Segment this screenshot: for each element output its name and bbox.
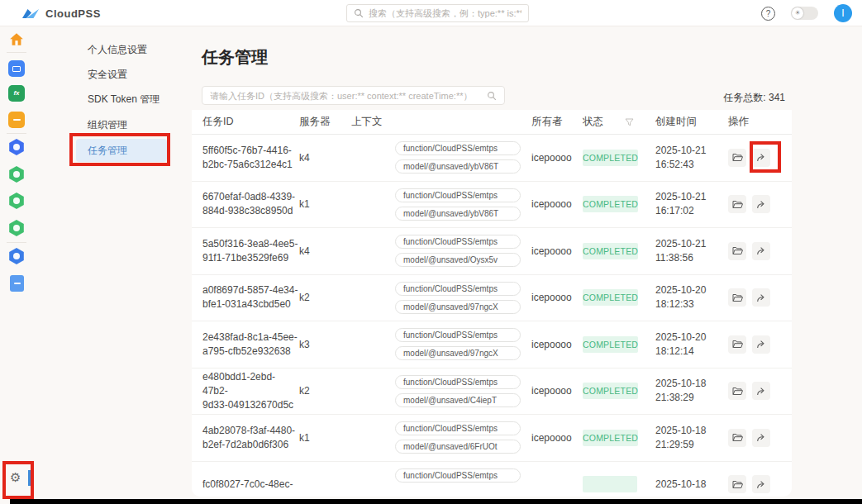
context-model[interactable]: model/@unsaved/ybV86T xyxy=(395,159,521,174)
open-task-button[interactable] xyxy=(728,149,746,167)
app-dashboard-icon[interactable] xyxy=(8,60,25,77)
share-task-button[interactable] xyxy=(752,242,770,260)
global-search xyxy=(346,4,529,22)
task-search-input[interactable] xyxy=(210,91,487,101)
app-hex-green-icon[interactable] xyxy=(8,193,25,209)
theme-toggle[interactable]: ☀ xyxy=(791,7,818,20)
owner: icepoooo xyxy=(531,339,583,350)
created-time: 18:12:14 xyxy=(655,345,728,359)
filter-icon[interactable] xyxy=(625,118,634,126)
brand[interactable]: CloudPSS xyxy=(21,0,101,26)
open-task-button[interactable] xyxy=(728,242,746,260)
created-date: 2025-10-21 xyxy=(655,190,728,204)
brand-name: CloudPSS xyxy=(45,7,101,20)
submenu-item-security[interactable]: 安全设置 xyxy=(88,66,127,83)
task-id: fc0f8027-7c0c-48ec- xyxy=(202,478,299,492)
app-resource-icon[interactable] xyxy=(8,112,25,128)
share-task-button[interactable] xyxy=(752,382,770,400)
task-total-count: 任务总数: 341 xyxy=(653,91,785,105)
context-function[interactable]: function/CloudPSS/emtps xyxy=(395,282,521,296)
open-task-button[interactable] xyxy=(728,475,746,493)
col-header-owner: 所有者 xyxy=(531,115,583,129)
open-task-button[interactable] xyxy=(728,429,746,447)
open-task-button[interactable] xyxy=(728,382,746,400)
share-task-button[interactable] xyxy=(752,475,770,493)
table-row: a0f8697d-5857-4e34-bfe1-031a43cbd5e0 k2 … xyxy=(192,275,792,322)
context-model[interactable]: model/@unsaved/Oysx5v xyxy=(395,253,521,267)
app-hex-blue-icon[interactable] xyxy=(8,139,25,155)
app-function-icon[interactable]: fx xyxy=(8,85,25,102)
topbar-right: ? ☀ I xyxy=(761,0,852,26)
col-header-server: 服务器 xyxy=(299,115,351,129)
share-task-button[interactable] xyxy=(752,288,770,307)
context-function[interactable]: function/CloudPSS/emtps xyxy=(395,141,521,155)
help-icon[interactable]: ? xyxy=(761,7,775,21)
task-id: 2e438fad-8c1a-45ee- xyxy=(202,330,299,345)
bottom-black-bar xyxy=(10,499,862,504)
submenu-item-profile[interactable]: 个人信息设置 xyxy=(88,41,147,58)
status-badge: COMPLETED xyxy=(583,430,638,446)
global-search-input[interactable] xyxy=(369,8,521,18)
annotation-box-share-button xyxy=(750,141,781,173)
owner: icepoooo xyxy=(531,152,583,164)
table-row: 5ff60f5c-76b7-4416-b2bc-75a6c312e4c1 k4 … xyxy=(192,135,792,182)
home-icon[interactable] xyxy=(8,31,25,47)
owner: icepoooo xyxy=(531,432,583,444)
annotation-box-task-menu xyxy=(69,133,170,166)
context-model[interactable]: model/@unsaved/6FrUOt xyxy=(395,440,521,454)
open-task-button[interactable] xyxy=(728,195,746,213)
col-header-context: 上下文 xyxy=(351,115,531,129)
server: k1 xyxy=(299,198,351,210)
col-header-task-id: 任务ID xyxy=(202,115,299,129)
app-doc-icon[interactable] xyxy=(10,275,24,292)
app-hex-green-icon[interactable] xyxy=(8,166,25,183)
context-model[interactable]: model/@unsaved/C4iepT xyxy=(395,393,521,407)
context-function[interactable]: function/CloudPSS/emtps xyxy=(395,235,521,249)
server: k4 xyxy=(299,152,351,164)
context-function[interactable]: function/CloudPSS/emtps xyxy=(395,188,521,202)
created-time: 16:52:43 xyxy=(655,158,728,172)
table-row: 2e438fad-8c1a-45ee-a795-cfb52e932638 k3 … xyxy=(192,321,792,368)
col-header-created: 创建时间 xyxy=(655,115,728,129)
table-row: 5a50f316-3ea8-4ee5-91f1-71be3529fe69 k4 … xyxy=(192,228,792,275)
share-task-button[interactable] xyxy=(752,429,770,447)
status-badge: COMPLETED xyxy=(583,150,638,166)
cloudpss-logo-icon xyxy=(21,7,40,20)
context-model[interactable]: model/@unsaved/97ngcX xyxy=(395,300,521,314)
open-task-button[interactable] xyxy=(728,335,746,354)
context-function[interactable]: function/CloudPSS/emtps xyxy=(395,468,521,483)
context-function[interactable]: function/CloudPSS/emtps xyxy=(395,328,521,342)
open-task-button[interactable] xyxy=(728,288,746,307)
task-id: 4ab28078-f3af-4480- xyxy=(202,424,299,438)
submenu-item-org[interactable]: 组织管理 xyxy=(88,116,127,133)
app-hex-blue2-icon[interactable] xyxy=(8,248,25,264)
task-id: e480bdd1-2ebd-47b2- xyxy=(202,370,299,398)
task-id: a0f8697d-5857-4e34- xyxy=(202,283,299,297)
app-hex-green-icon[interactable] xyxy=(8,220,25,236)
context-function[interactable]: function/CloudPSS/emtps xyxy=(395,375,521,389)
rail-divider xyxy=(7,242,26,243)
rail-divider xyxy=(7,52,26,53)
created-date: 2025-10-21 xyxy=(655,237,728,251)
context-model[interactable]: model/@unsaved/97ngcX xyxy=(395,346,521,360)
avatar[interactable]: I xyxy=(834,4,852,22)
sun-icon: ☀ xyxy=(792,7,803,19)
owner: icepoooo xyxy=(531,385,583,397)
owner: icepoooo xyxy=(531,292,583,303)
share-task-button[interactable] xyxy=(752,195,770,213)
status-header-label: 状态 xyxy=(583,115,603,129)
search-icon[interactable] xyxy=(487,91,497,101)
submenu-item-sdk-token[interactable]: SDK Token 管理 xyxy=(88,91,160,107)
table-header-row: 任务ID 服务器 上下文 所有者 状态 创建时间 操作 xyxy=(192,110,792,135)
context-model[interactable]: model/@unsaved/ybV86T xyxy=(395,207,521,221)
task-search xyxy=(202,86,505,105)
created-date: 2025-10-18 xyxy=(655,478,728,492)
col-header-actions: 操作 xyxy=(728,115,792,129)
context-function[interactable]: function/CloudPSS/emtps xyxy=(395,421,521,435)
table-row: 6670efaf-0ad8-4339-884d-938c38c8950d k1 … xyxy=(192,182,792,229)
created-time: 16:17:02 xyxy=(655,204,728,218)
created-time: 11:38:56 xyxy=(655,251,728,265)
share-task-button[interactable] xyxy=(752,335,770,354)
annotation-box-gear xyxy=(2,461,34,499)
task-id: 6670efaf-0ad8-4339- xyxy=(202,190,299,204)
